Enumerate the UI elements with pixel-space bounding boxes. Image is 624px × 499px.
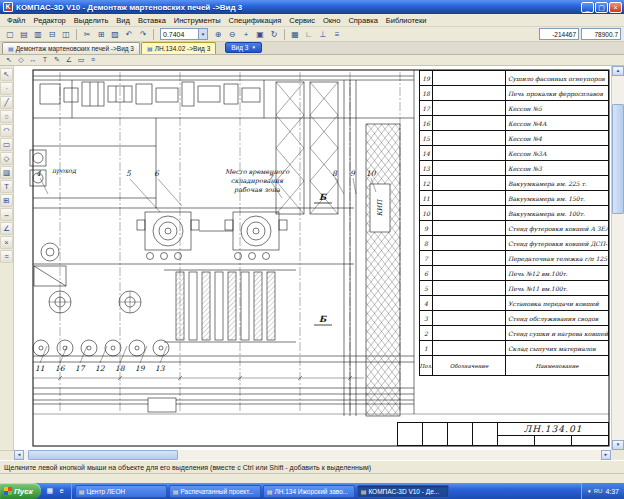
paste-icon[interactable]: ▨ <box>108 28 122 41</box>
taskbar-window-button[interactable]: ▤ КОМПАС-3D V10 - Де... <box>357 485 449 498</box>
document-icon: ▤ <box>8 45 14 52</box>
part-name: Склад сыпучих материалов <box>506 341 608 355</box>
panel-switch-toolbar: ↖◇↔T✎∠▭≡ <box>0 55 624 66</box>
coordinate-x-field[interactable]: -214467 <box>539 28 579 40</box>
part-position: 3 <box>420 311 433 325</box>
title-bar: K КОМПАС-3D V10 - Демонтаж мартеновских … <box>0 0 624 14</box>
undo-icon[interactable]: ↶ <box>122 28 136 41</box>
open-document-icon[interactable]: ▤ <box>17 28 31 41</box>
menu-item[interactable]: Файл <box>3 16 29 25</box>
tab-ln-134-02[interactable]: ▤ ЛН.134.02 ->Вид 3 <box>141 42 216 54</box>
layers-icon[interactable]: ≡ <box>330 28 344 41</box>
table-tool-icon[interactable]: ⊞ <box>0 194 13 207</box>
text-tool-icon[interactable]: T <box>0 180 13 193</box>
point-tool-icon[interactable]: ∙ <box>0 82 13 95</box>
annotation-panel-icon[interactable]: T <box>39 55 51 65</box>
horizontal-scroll-thumb[interactable] <box>28 450 178 460</box>
menu-item[interactable]: Редактор <box>29 16 69 25</box>
select-mode-icon[interactable]: ↖ <box>3 55 15 65</box>
refresh-icon[interactable]: ↻ <box>267 28 281 41</box>
menu-item[interactable]: Спецификация <box>225 16 286 25</box>
zoom-in-icon[interactable]: ⊕ <box>211 28 225 41</box>
coordinate-y-field[interactable]: 78900.7 <box>581 28 621 40</box>
language-indicator[interactable]: RU <box>594 488 603 494</box>
dimension-tool-icon[interactable]: ↔ <box>0 208 13 221</box>
zoom-combo[interactable]: 0.7404 ▼ <box>160 28 208 40</box>
new-document-icon[interactable]: ▢ <box>3 28 17 41</box>
print-preview-icon[interactable]: ◫ <box>59 28 73 41</box>
zoom-out-icon[interactable]: ⊖ <box>225 28 239 41</box>
vertical-scroll-track[interactable] <box>612 76 624 440</box>
taskbar-window-button[interactable]: ▤ ЛН.134 Ижорский заво... <box>263 485 355 498</box>
tab-demontazh[interactable]: ▤ Демонтаж мартеновских печей ->Вид 3 <box>2 42 140 54</box>
chevron-down-icon[interactable]: ▼ <box>198 29 207 39</box>
restore-button[interactable]: ▢ <box>595 2 608 13</box>
editing-panel-icon[interactable]: ✎ <box>51 55 63 65</box>
menu-item[interactable]: Вид <box>112 16 134 25</box>
rectangle-tool-icon[interactable]: ▭ <box>0 138 13 151</box>
current-view-selector[interactable]: Вид 3 ▼ <box>225 42 262 53</box>
spec-panel-icon[interactable]: ≡ <box>87 55 99 65</box>
dimensions-panel-icon[interactable]: ↔ <box>27 55 39 65</box>
polygon-tool-icon[interactable]: ◇ <box>0 152 13 165</box>
geometry-panel-icon[interactable]: ◇ <box>15 55 27 65</box>
clock[interactable]: 4:37 <box>605 488 619 495</box>
workspace: ↖∙╱○◠▭◇▨T⊞↔∠×≈ <box>0 66 624 450</box>
erase-tool-icon[interactable]: × <box>0 236 13 249</box>
vertical-scrollbar[interactable]: ▲ ▼ <box>611 66 624 450</box>
show-desktop-icon[interactable]: ▦ <box>45 486 55 496</box>
grid-icon[interactable]: ▦ <box>288 28 302 41</box>
compact-instrument-panel: ↖∙╱○◠▭◇▨T⊞↔∠×≈ <box>0 66 14 450</box>
selection-panel-icon[interactable]: ▭ <box>75 55 87 65</box>
fit-page-icon[interactable]: ▣ <box>253 28 267 41</box>
menu-item[interactable]: Библиотеки <box>382 16 431 25</box>
redo-icon[interactable]: ↷ <box>136 28 150 41</box>
measure-tool-icon[interactable]: ≈ <box>0 250 13 263</box>
horizontal-scroll-track[interactable] <box>24 450 601 460</box>
part-name: Кессон №4 <box>506 131 608 145</box>
snap-icon[interactable]: ∟ <box>302 28 316 41</box>
scroll-down-icon[interactable]: ▼ <box>612 440 624 450</box>
part-position: 17 <box>420 101 433 115</box>
ortho-icon[interactable]: ⊥ <box>316 28 330 41</box>
cut-icon[interactable]: ✂ <box>80 28 94 41</box>
line-tool-icon[interactable]: ╱ <box>0 96 13 109</box>
copy-icon[interactable]: ⊞ <box>94 28 108 41</box>
menu-item[interactable]: Вставка <box>134 16 170 25</box>
part-position: 16 <box>420 116 433 130</box>
circle-tool-icon[interactable]: ○ <box>0 110 13 123</box>
toolbar-separator <box>153 29 154 40</box>
annotation-storage-3: рабочая зона <box>233 186 280 194</box>
scroll-right-icon[interactable]: ► <box>601 450 611 460</box>
hatch-tool-icon[interactable]: ▨ <box>0 166 13 179</box>
print-icon[interactable]: ⊟ <box>45 28 59 41</box>
menu-item[interactable]: Инструменты <box>170 16 225 25</box>
chevron-down-icon: ▼ <box>251 45 255 50</box>
pointer-tool-icon[interactable]: ↖ <box>0 68 13 81</box>
menu-item[interactable]: Справка <box>344 16 381 25</box>
scroll-left-icon[interactable]: ◄ <box>14 450 24 460</box>
measure-panel-icon[interactable]: ∠ <box>63 55 75 65</box>
close-button[interactable]: × <box>609 2 622 13</box>
start-label: Пуск <box>14 487 33 496</box>
header-pos: Поз. <box>420 356 433 375</box>
part-designation <box>433 206 506 220</box>
horizontal-scrollbar[interactable]: ◄ ► <box>14 450 611 460</box>
start-button[interactable]: Пуск <box>0 483 41 499</box>
minimize-button[interactable]: _ <box>581 2 594 13</box>
vertical-scroll-thumb[interactable] <box>612 104 624 214</box>
ie-quick-launch-icon[interactable]: e <box>57 486 67 496</box>
menu-item[interactable]: Выделить <box>70 16 113 25</box>
scroll-up-icon[interactable]: ▲ <box>612 66 624 76</box>
taskbar-window-button[interactable]: ▤ Распечатанный проект... <box>169 485 261 498</box>
antivirus-tray-icon[interactable]: ♦ <box>588 488 591 494</box>
callout-9: 9 <box>350 169 356 178</box>
angle-tool-icon[interactable]: ∠ <box>0 222 13 235</box>
save-icon[interactable]: ▥ <box>31 28 45 41</box>
menu-item[interactable]: Сервис <box>285 16 319 25</box>
drawing-canvas[interactable]: проход Место временного складирования ра… <box>14 66 611 450</box>
pan-icon[interactable]: + <box>239 28 253 41</box>
taskbar-window-button[interactable]: ▤ Центр ЛЕОН <box>75 485 167 498</box>
menu-item[interactable]: Окно <box>319 16 344 25</box>
arc-tool-icon[interactable]: ◠ <box>0 124 13 137</box>
